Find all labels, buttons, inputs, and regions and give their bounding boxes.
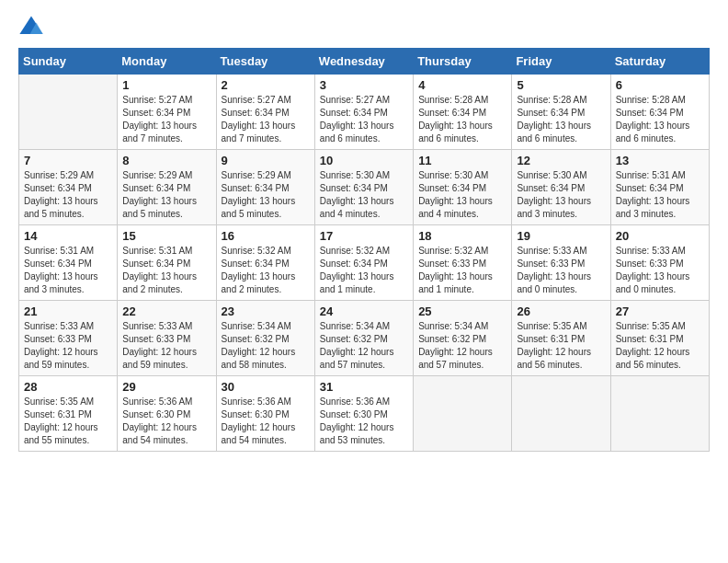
- calendar-cell: 23Sunrise: 5:34 AMSunset: 6:32 PMDayligh…: [216, 301, 314, 376]
- day-info: Sunrise: 5:30 AMSunset: 6:34 PMDaylight:…: [320, 169, 408, 221]
- day-info: Sunrise: 5:36 AMSunset: 6:30 PMDaylight:…: [222, 396, 310, 447]
- day-number: 28: [24, 380, 112, 394]
- day-number: 18: [418, 229, 506, 243]
- day-info: Sunrise: 5:36 AMSunset: 6:30 PMDaylight:…: [320, 396, 408, 447]
- calendar-cell: 13Sunrise: 5:31 AMSunset: 6:34 PMDayligh…: [610, 150, 709, 225]
- calendar-week-row: 7Sunrise: 5:29 AMSunset: 6:34 PMDaylight…: [19, 150, 710, 225]
- day-info: Sunrise: 5:33 AMSunset: 6:33 PMDaylight:…: [122, 320, 210, 372]
- calendar-week-row: 14Sunrise: 5:31 AMSunset: 6:34 PMDayligh…: [19, 225, 710, 301]
- day-number: 24: [320, 304, 408, 318]
- day-info: Sunrise: 5:36 AMSunset: 6:30 PMDaylight:…: [122, 396, 210, 447]
- day-info: Sunrise: 5:28 AMSunset: 6:34 PMDaylight:…: [616, 94, 704, 145]
- day-number: 12: [517, 154, 605, 167]
- day-info: Sunrise: 5:34 AMSunset: 6:32 PMDaylight:…: [222, 320, 310, 372]
- calendar-cell: 17Sunrise: 5:32 AMSunset: 6:34 PMDayligh…: [314, 225, 413, 301]
- calendar-cell: 29Sunrise: 5:36 AMSunset: 6:30 PMDayligh…: [118, 376, 216, 452]
- day-info: Sunrise: 5:27 AMSunset: 6:34 PMDaylight:…: [122, 94, 210, 145]
- day-number: 3: [320, 78, 408, 92]
- day-info: Sunrise: 5:32 AMSunset: 6:33 PMDaylight:…: [418, 245, 506, 296]
- day-info: Sunrise: 5:30 AMSunset: 6:34 PMDaylight:…: [517, 169, 605, 221]
- day-info: Sunrise: 5:33 AMSunset: 6:33 PMDaylight:…: [616, 245, 704, 296]
- calendar-cell: 30Sunrise: 5:36 AMSunset: 6:30 PMDayligh…: [216, 376, 314, 452]
- day-info: Sunrise: 5:29 AMSunset: 6:34 PMDaylight:…: [24, 169, 112, 221]
- logo-icon: [18, 15, 44, 40]
- day-info: Sunrise: 5:31 AMSunset: 6:34 PMDaylight:…: [122, 245, 210, 296]
- day-number: 26: [517, 304, 605, 318]
- day-info: Sunrise: 5:34 AMSunset: 6:32 PMDaylight:…: [418, 320, 506, 372]
- day-number: 15: [122, 229, 210, 243]
- day-info: Sunrise: 5:29 AMSunset: 6:34 PMDaylight:…: [222, 169, 310, 221]
- weekday-header-friday: Friday: [512, 49, 610, 75]
- day-info: Sunrise: 5:31 AMSunset: 6:34 PMDaylight:…: [24, 245, 112, 296]
- weekday-header-sunday: Sunday: [19, 49, 118, 75]
- calendar-cell: 6Sunrise: 5:28 AMSunset: 6:34 PMDaylight…: [610, 75, 709, 150]
- day-number: 19: [517, 229, 605, 243]
- calendar-cell: 7Sunrise: 5:29 AMSunset: 6:34 PMDaylight…: [19, 150, 118, 225]
- day-info: Sunrise: 5:27 AMSunset: 6:34 PMDaylight:…: [222, 94, 310, 145]
- day-info: Sunrise: 5:30 AMSunset: 6:34 PMDaylight:…: [418, 169, 506, 221]
- day-number: 21: [24, 304, 112, 318]
- day-number: 14: [24, 229, 112, 243]
- day-info: Sunrise: 5:28 AMSunset: 6:34 PMDaylight:…: [418, 94, 506, 145]
- day-number: 2: [222, 78, 310, 92]
- day-number: 6: [616, 78, 704, 92]
- calendar-week-row: 1Sunrise: 5:27 AMSunset: 6:34 PMDaylight…: [19, 75, 710, 150]
- day-number: 16: [222, 229, 310, 243]
- day-info: Sunrise: 5:34 AMSunset: 6:32 PMDaylight:…: [320, 320, 408, 372]
- day-number: 31: [320, 380, 408, 394]
- calendar-table: SundayMondayTuesdayWednesdayThursdayFrid…: [18, 48, 710, 452]
- calendar-cell: 8Sunrise: 5:29 AMSunset: 6:34 PMDaylight…: [118, 150, 216, 225]
- calendar-cell: 12Sunrise: 5:30 AMSunset: 6:34 PMDayligh…: [512, 150, 610, 225]
- day-number: 20: [616, 229, 704, 243]
- weekday-header-thursday: Thursday: [414, 49, 512, 75]
- weekday-header-tuesday: Tuesday: [216, 49, 314, 75]
- logo: [18, 15, 48, 40]
- calendar-cell: [414, 376, 512, 452]
- day-info: Sunrise: 5:31 AMSunset: 6:34 PMDaylight:…: [616, 169, 704, 221]
- calendar-cell: 28Sunrise: 5:35 AMSunset: 6:31 PMDayligh…: [19, 376, 118, 452]
- weekday-header-wednesday: Wednesday: [314, 49, 413, 75]
- day-number: 22: [122, 304, 210, 318]
- day-info: Sunrise: 5:33 AMSunset: 6:33 PMDaylight:…: [517, 245, 605, 296]
- header: [18, 15, 710, 40]
- day-number: 7: [24, 154, 112, 167]
- day-number: 1: [122, 78, 210, 92]
- calendar-cell: [512, 376, 610, 452]
- day-info: Sunrise: 5:27 AMSunset: 6:34 PMDaylight:…: [320, 94, 408, 145]
- day-number: 30: [222, 380, 310, 394]
- calendar-cell: 25Sunrise: 5:34 AMSunset: 6:32 PMDayligh…: [414, 301, 512, 376]
- calendar-cell: 14Sunrise: 5:31 AMSunset: 6:34 PMDayligh…: [19, 225, 118, 301]
- calendar-cell: 21Sunrise: 5:33 AMSunset: 6:33 PMDayligh…: [19, 301, 118, 376]
- day-number: 17: [320, 229, 408, 243]
- calendar-cell: 26Sunrise: 5:35 AMSunset: 6:31 PMDayligh…: [512, 301, 610, 376]
- calendar-cell: 4Sunrise: 5:28 AMSunset: 6:34 PMDaylight…: [414, 75, 512, 150]
- calendar-cell: [610, 376, 709, 452]
- day-number: 13: [616, 154, 704, 167]
- day-number: 11: [418, 154, 506, 167]
- day-number: 23: [222, 304, 310, 318]
- weekday-header-saturday: Saturday: [610, 49, 709, 75]
- calendar-cell: [19, 75, 118, 150]
- calendar-cell: 19Sunrise: 5:33 AMSunset: 6:33 PMDayligh…: [512, 225, 610, 301]
- day-info: Sunrise: 5:35 AMSunset: 6:31 PMDaylight:…: [616, 320, 704, 372]
- calendar-cell: 9Sunrise: 5:29 AMSunset: 6:34 PMDaylight…: [216, 150, 314, 225]
- calendar-cell: 1Sunrise: 5:27 AMSunset: 6:34 PMDaylight…: [118, 75, 216, 150]
- calendar-cell: 24Sunrise: 5:34 AMSunset: 6:32 PMDayligh…: [314, 301, 413, 376]
- day-number: 8: [122, 154, 210, 167]
- weekday-header-monday: Monday: [118, 49, 216, 75]
- day-number: 9: [222, 154, 310, 167]
- weekday-header-row: SundayMondayTuesdayWednesdayThursdayFrid…: [19, 49, 710, 75]
- day-number: 5: [517, 78, 605, 92]
- day-number: 4: [418, 78, 506, 92]
- calendar-cell: 16Sunrise: 5:32 AMSunset: 6:34 PMDayligh…: [216, 225, 314, 301]
- day-number: 27: [616, 304, 704, 318]
- calendar-cell: 20Sunrise: 5:33 AMSunset: 6:33 PMDayligh…: [610, 225, 709, 301]
- calendar-week-row: 21Sunrise: 5:33 AMSunset: 6:33 PMDayligh…: [19, 301, 710, 376]
- calendar-cell: 31Sunrise: 5:36 AMSunset: 6:30 PMDayligh…: [314, 376, 413, 452]
- day-info: Sunrise: 5:29 AMSunset: 6:34 PMDaylight:…: [122, 169, 210, 221]
- day-number: 29: [122, 380, 210, 394]
- day-info: Sunrise: 5:35 AMSunset: 6:31 PMDaylight:…: [517, 320, 605, 372]
- calendar-cell: 2Sunrise: 5:27 AMSunset: 6:34 PMDaylight…: [216, 75, 314, 150]
- day-info: Sunrise: 5:28 AMSunset: 6:34 PMDaylight:…: [517, 94, 605, 145]
- day-number: 10: [320, 154, 408, 167]
